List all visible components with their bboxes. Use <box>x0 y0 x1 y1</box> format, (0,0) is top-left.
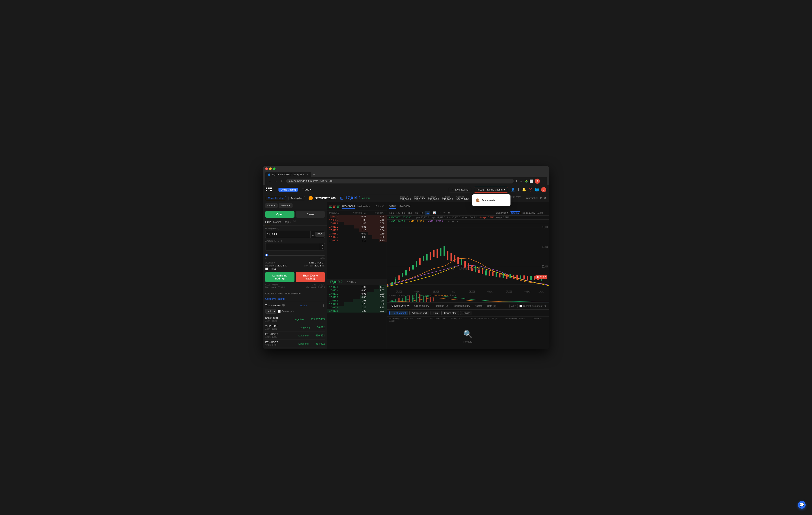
interval-15m[interactable]: 15m <box>407 211 413 215</box>
short-button[interactable]: Short (Demo trading) <box>296 272 325 282</box>
ob-settings-icon[interactable]: ⚙ <box>382 205 384 208</box>
browser-tab[interactable]: 🔵 17,019.2 BTCUSDT1209 | Buy... ✕ <box>265 172 311 177</box>
ob-ask-row[interactable]: 17,019.6 1.43 6.08 <box>327 222 386 225</box>
ob-ask-row[interactable]: 17,017.6 1.10 1.10 <box>327 239 386 242</box>
live-trading-button[interactable]: ← Live trading <box>448 187 471 192</box>
menu-icon[interactable]: ⋮ <box>542 180 545 183</box>
tab-assets[interactable]: Assets <box>472 303 485 309</box>
traffic-light-yellow[interactable] <box>269 167 272 170</box>
traffic-light-green[interactable] <box>273 167 276 170</box>
tab-stop[interactable]: Stop ▾ <box>284 219 291 225</box>
ob-bid-row[interactable]: 17,017.3 0.93 2.80 <box>327 292 386 296</box>
price-down-btn[interactable]: ▼ <box>311 234 315 238</box>
depth-btn[interactable]: Depth <box>537 212 543 214</box>
tab-open-orders[interactable]: Open orders (0) <box>389 302 412 309</box>
ob-bid-row[interactable]: 17,013.6 1.26 7.25 <box>327 306 386 309</box>
tab-order-history[interactable]: Order history <box>412 303 431 309</box>
calculator-btn[interactable]: Calculator <box>265 292 276 295</box>
filter-stop[interactable]: Stop <box>431 311 440 315</box>
ob-ask-row[interactable]: 17,018.7 1.15 3.84 <box>327 228 386 232</box>
amount-down-btn[interactable]: ▼ <box>320 247 324 250</box>
profile-icon[interactable]: 👤 <box>511 188 515 192</box>
position-builder-btn[interactable]: Position builder <box>285 292 301 295</box>
interval-1w[interactable]: 1W <box>425 211 430 215</box>
ob-bid-row[interactable]: 17,017.0 0.88 3.68 <box>327 296 386 299</box>
ob-ask-row[interactable]: 17,017.7 0.90 2.00 <box>327 235 386 239</box>
download-icon[interactable]: ⬇ <box>517 188 520 192</box>
information-label[interactable]: Information <box>526 197 539 200</box>
current-instrument-checkbox[interactable] <box>519 305 522 307</box>
mover-row-2[interactable]: ETH/USDT 12/06, 13:40 Large buy 610,893 <box>265 331 325 340</box>
tab-overview[interactable]: Overview <box>399 204 410 209</box>
original-btn[interactable]: Original <box>510 211 520 214</box>
ob-view-both-icon[interactable] <box>329 205 332 208</box>
tpsl-checkbox[interactable] <box>265 268 268 270</box>
trading-bot-btn[interactable]: Trading bot <box>289 196 305 200</box>
address-bar[interactable]: okx.com/trade-futures/btc-usdt-221209 <box>286 179 514 184</box>
ob-ask-row[interactable]: 17,020.7 1.02 7.10 <box>327 218 386 222</box>
grid-icon[interactable]: ⊞ <box>540 197 542 200</box>
globe-icon[interactable]: 🌐 <box>535 188 539 192</box>
chart-type-icon[interactable]: 📊 <box>432 211 437 215</box>
multiwindow-icon[interactable]: ⬜ <box>529 180 533 183</box>
orders-all-dropdown[interactable]: All ▾ <box>510 304 518 308</box>
ob-bid-row[interactable]: 17,017.4 0.80 1.87 <box>327 289 386 292</box>
ob-ask-row[interactable]: 17,019.2 0.81 4.65 <box>327 225 386 228</box>
chart-indicators-icon[interactable]: 〰 <box>438 211 442 215</box>
mover-row-3[interactable]: ETH/USDT 12/06, 13:40 Large buy 513,522 <box>265 340 325 348</box>
last-price-dropdown[interactable]: Last Price ▾ <box>496 211 509 214</box>
go-live-link[interactable]: Go to live trading <box>263 296 327 302</box>
chart-settings-icon[interactable]: ⚙ <box>447 211 451 215</box>
extension-icon[interactable]: 🧩 <box>524 180 528 183</box>
ob-view-ask-icon[interactable] <box>333 205 336 208</box>
current-pair-checkbox[interactable] <box>278 310 281 313</box>
orders-settings-icon[interactable]: ⚙ <box>544 305 546 307</box>
share-icon[interactable]: ⬆ <box>515 180 518 183</box>
interval-1m[interactable]: 1m <box>396 211 401 215</box>
open-button[interactable]: Open <box>265 211 294 218</box>
help-icon[interactable]: ❓ <box>528 188 533 192</box>
ob-bid-row[interactable]: 17,015.0 1.23 5.99 <box>327 302 386 306</box>
trade-menu[interactable]: Trade ▾ <box>300 187 313 192</box>
bbo-button[interactable]: BBO <box>315 232 324 237</box>
filter-limit-market[interactable]: Limit | Market <box>389 311 408 315</box>
interval-1h[interactable]: 1h <box>414 211 418 215</box>
tab-chart[interactable]: Chart <box>389 203 396 209</box>
ob-ask-row[interactable]: 17,022.0 0.86 7.96 <box>327 215 386 218</box>
interval-5m[interactable]: 5m <box>401 211 406 215</box>
my-assets-item[interactable]: 👜 My assets <box>472 196 511 205</box>
ob-bid-row[interactable]: 17,015.9 1.08 4.76 <box>327 299 386 302</box>
filter-advanced-limit[interactable]: Advanced limit <box>409 311 430 315</box>
back-button[interactable]: ← <box>267 179 272 183</box>
tab-bots[interactable]: Bots (7) <box>485 303 498 309</box>
assets-demo-button[interactable]: Assets – Demo trading ▾ <box>474 187 508 193</box>
close-button[interactable]: Close <box>296 211 325 218</box>
tab-order-book[interactable]: Order book <box>342 204 355 209</box>
reload-button[interactable]: ↻ <box>280 179 285 183</box>
movers-more-btn[interactable]: More > <box>300 304 307 307</box>
order-info-icon[interactable]: ⓘ <box>293 219 296 225</box>
filter-trigger[interactable]: Trigger <box>460 311 472 315</box>
ma-settings-icon[interactable]: ⚙ <box>452 220 454 222</box>
bookmark-icon[interactable]: ☆ <box>520 180 522 183</box>
leverage-dropdown[interactable]: 10.00X ▾ <box>279 203 293 208</box>
traffic-light-red[interactable] <box>265 167 268 170</box>
chart-draw-icon[interactable]: ✏ <box>443 211 446 215</box>
browser-user-avatar[interactable]: J <box>535 179 540 184</box>
slider-thumb[interactable] <box>265 254 268 256</box>
long-button[interactable]: Long (Demo trading) <box>265 272 294 282</box>
demo-badge[interactable]: Demo trading <box>279 188 298 192</box>
price-input[interactable] <box>265 232 311 237</box>
tab-limit[interactable]: Limit <box>265 219 270 225</box>
movers-info-icon[interactable]: ⓘ <box>282 304 285 307</box>
slider-track[interactable] <box>265 255 325 255</box>
ob-view-bid-icon[interactable] <box>337 205 340 208</box>
interval-line[interactable]: Line <box>388 211 395 215</box>
mover-row-0[interactable]: KNC/USDT 12/06, 13:41 Large buy 369,587,… <box>265 315 325 323</box>
movers-menu-icon[interactable]: ⋮ <box>322 304 325 307</box>
cross-dropdown[interactable]: Cross ▾ <box>265 203 278 208</box>
movers-filter-dropdown[interactable]: All <box>265 309 276 314</box>
fullscreen-icon[interactable]: ⛶ <box>545 211 547 214</box>
tab-market[interactable]: Market <box>273 219 281 225</box>
ma-eye-icon[interactable]: 👁 <box>447 220 450 222</box>
